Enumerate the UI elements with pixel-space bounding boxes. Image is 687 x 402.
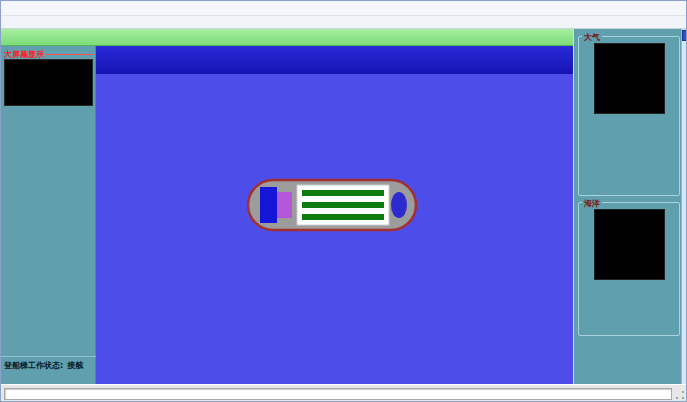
current-direction-gauge — [594, 209, 665, 280]
berthing-plot — [96, 74, 573, 384]
weather-group-title: 大气 — [582, 32, 602, 43]
scrollbar[interactable] — [681, 29, 687, 384]
resize-grip[interactable] — [674, 389, 686, 401]
status-bar — [1, 384, 687, 402]
wind-direction-gauge — [594, 43, 665, 114]
left-sidebar: 大屏幕显示 登船梯工作状态: 接舷 — [1, 46, 96, 384]
toolbar — [1, 15, 686, 29]
app-window: 大屏幕显示 登船梯工作状态: 接舷 大气 — [0, 0, 687, 402]
distance-led-display — [4, 59, 93, 106]
gangway-status-value: 接舷 — [67, 360, 83, 371]
measurement-bar — [96, 46, 573, 74]
ship-graphic — [246, 178, 418, 232]
ocean-group-title: 海洋 — [582, 198, 602, 209]
weather-group: 大气 — [578, 36, 680, 196]
berthing-chart — [96, 46, 573, 384]
status-field[interactable] — [4, 388, 672, 400]
ship-info-bar — [1, 29, 573, 46]
environment-panel: 大气 海洋 — [573, 29, 687, 384]
gangway-status-label: 登船梯工作状态: — [4, 360, 63, 371]
scrollbar-thumb[interactable] — [682, 30, 687, 41]
ship-deckhouse — [277, 192, 292, 218]
ship-superstructure — [260, 187, 277, 223]
ocean-group: 海洋 — [578, 202, 680, 336]
gangway-status: 登船梯工作状态: 接舷 — [1, 356, 96, 371]
menu-bar — [1, 2, 686, 15]
ship-bow — [391, 192, 407, 218]
